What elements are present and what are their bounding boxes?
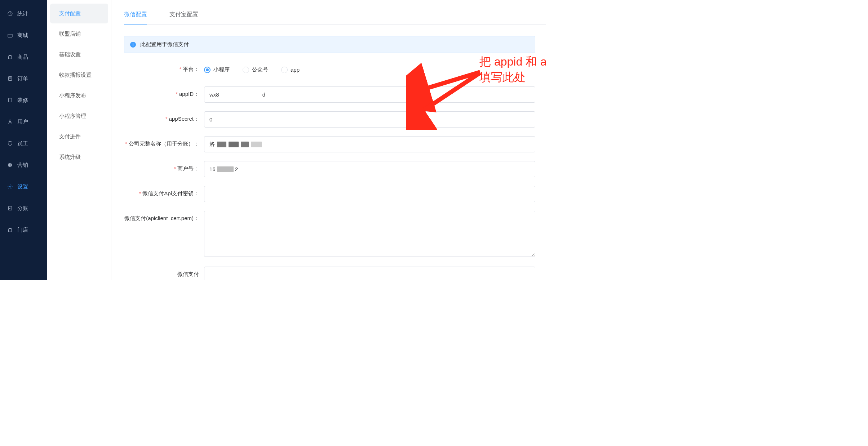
wechat-pay-form: 平台： 小程序 公众号 app appID： wx8d appSecret： (124, 62, 535, 280)
config-tabs: 微信配置 支付宝配置 (124, 4, 546, 24)
nav-mall[interactable]: 商城 (0, 24, 47, 46)
svg-rect-5 (8, 163, 10, 165)
order-icon (7, 76, 13, 81)
subnav-alliance[interactable]: 联盟店铺 (50, 24, 108, 44)
svg-rect-2 (8, 77, 12, 81)
svg-rect-8 (10, 165, 12, 167)
info-alert: i 此配置用于微信支付 (124, 36, 535, 53)
input-apikey[interactable] (204, 186, 535, 202)
input-appsecret[interactable] (204, 111, 535, 128)
label-apikey: 微信支付Api支付密钥： (124, 186, 204, 198)
label-cert2: 微信支付 (124, 267, 204, 278)
nav-settings[interactable]: 设置 (0, 176, 47, 197)
label-platform: 平台： (124, 62, 204, 73)
secondary-nav: 支付配置 联盟店铺 基础设置 收款播报设置 小程序发布 小程序管理 支付进件 系… (47, 0, 111, 280)
subnav-broadcast[interactable]: 收款播报设置 (50, 65, 108, 85)
subnav-mini-publish[interactable]: 小程序发布 (50, 86, 108, 106)
radio-mp[interactable]: 公众号 (243, 66, 268, 73)
svg-rect-1 (8, 34, 12, 37)
main-content: 微信配置 支付宝配置 i 此配置用于微信支付 平台： 小程序 公众号 app a… (111, 0, 546, 280)
subnav-pay-apply[interactable]: 支付进件 (50, 127, 108, 147)
svg-rect-3 (8, 98, 12, 102)
alert-text: 此配置用于微信支付 (140, 41, 189, 48)
label-cert: 微信支付(apiclient_cert.pem)： (124, 211, 204, 223)
gear-icon (7, 184, 13, 189)
label-appid: appID： (124, 86, 204, 98)
bag-icon (7, 54, 13, 60)
nav-stats[interactable]: 统计 (0, 3, 47, 24)
stats-icon (7, 11, 13, 17)
subnav-pay-config[interactable]: 支付配置 (50, 4, 108, 23)
svg-point-9 (9, 186, 11, 187)
grid-icon (7, 162, 13, 168)
input-company[interactable]: 洛 (204, 136, 535, 152)
info-icon: i (130, 42, 136, 48)
subnav-mini-manage[interactable]: 小程序管理 (50, 106, 108, 126)
label-appsecret: appSecret： (124, 111, 204, 123)
svg-rect-6 (10, 163, 12, 165)
label-mchid: 商户号： (124, 161, 204, 173)
store-icon (7, 32, 13, 38)
platform-radios: 小程序 公众号 app (204, 62, 535, 78)
nav-marketing[interactable]: 营销 (0, 154, 47, 176)
subnav-upgrade[interactable]: 系统升级 (50, 147, 108, 167)
nav-staff[interactable]: 员工 (0, 133, 47, 154)
user-icon (7, 119, 13, 125)
nav-order[interactable]: 订单 (0, 68, 47, 89)
textarea-cert2[interactable] (204, 267, 535, 280)
label-company: 公司完整名称（用于分账）： (124, 136, 204, 148)
textarea-cert[interactable] (204, 211, 535, 257)
tab-alipay[interactable]: 支付宝配置 (169, 4, 198, 24)
nav-shop[interactable]: 门店 (0, 219, 47, 241)
input-mchid[interactable]: 162 (204, 161, 535, 177)
input-appid[interactable]: wx8d (204, 86, 535, 103)
nav-split[interactable]: 分账 (0, 197, 47, 219)
svg-point-4 (9, 120, 11, 122)
layout-icon (7, 97, 13, 103)
split-icon (7, 205, 13, 211)
subnav-basic[interactable]: 基础设置 (50, 45, 108, 64)
nav-user[interactable]: 用户 (0, 111, 47, 133)
primary-nav: 统计 商城 商品 订单 装修 用户 员工 营销 设置 分账 门店 (0, 0, 47, 280)
tab-wechat[interactable]: 微信配置 (124, 4, 147, 24)
shop-icon (7, 227, 13, 233)
shield-icon (7, 141, 13, 146)
radio-app[interactable]: app (281, 67, 300, 73)
radio-mini[interactable]: 小程序 (204, 66, 230, 73)
nav-product[interactable]: 商品 (0, 46, 47, 68)
nav-decor[interactable]: 装修 (0, 89, 47, 111)
svg-rect-7 (8, 165, 10, 167)
